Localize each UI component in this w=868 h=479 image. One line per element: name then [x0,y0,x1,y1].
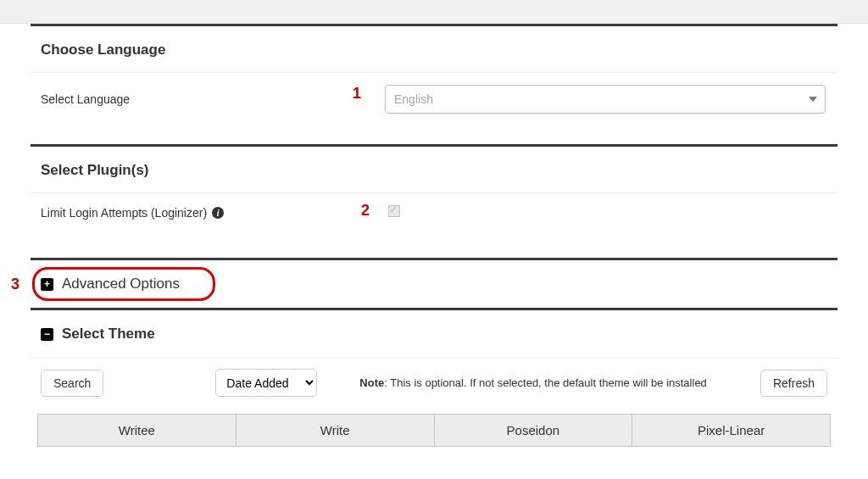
search-button[interactable]: Search [41,370,103,397]
page-content: Choose Language Select Language 1 Englis… [0,24,868,447]
select-language-label: Select Language [41,92,329,106]
annotation-1: 1 [353,85,361,103]
theme-grid: Writee Write Poseidon Pixel-Linear [37,414,831,447]
select-theme-label: Select Theme [62,326,155,343]
theme-option[interactable]: Pixel-Linear [632,414,831,447]
language-select[interactable]: English [385,85,826,114]
theme-controls: Search Date Added Note: This is optional… [31,359,837,414]
info-icon[interactable]: i [212,207,224,219]
minus-icon: − [41,328,53,341]
theme-option[interactable]: Write [236,414,435,447]
loginizer-row: Limit Login Attempts (Loginizer) i 2 [31,193,837,258]
choose-language-heading: Choose Language [31,26,837,72]
plus-icon: + [41,278,53,291]
theme-note: Note: This is optional. If not selected,… [359,376,747,389]
annotation-2: 2 [361,202,370,220]
annotation-3: 3 [11,276,19,293]
theme-option[interactable]: Poseidon [435,414,633,447]
topbar [0,0,868,24]
select-language-row: Select Language 1 English [31,73,837,144]
select-theme-toggle[interactable]: − Select Theme [31,310,837,358]
loginizer-checkbox [388,205,400,217]
select-plugins-heading: Select Plugin(s) [31,147,837,192]
loginizer-label: Limit Login Attempts (Loginizer) i [41,206,329,220]
advanced-options-label: Advanced Options [62,276,180,292]
advanced-options-toggle[interactable]: + Advanced Options [31,260,837,308]
sort-select[interactable]: Date Added [215,369,317,397]
refresh-button[interactable]: Refresh [760,370,827,397]
theme-option[interactable]: Writee [37,414,236,447]
